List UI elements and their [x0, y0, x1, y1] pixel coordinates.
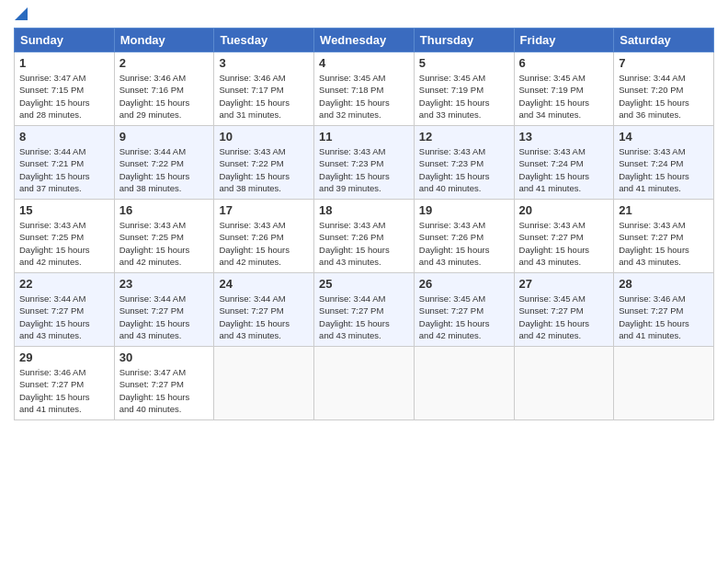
calendar-cell: 1Sunrise: 3:47 AMSunset: 7:15 PMDaylight… — [15, 52, 115, 126]
calendar-cell — [214, 347, 314, 420]
day-number: 20 — [519, 203, 609, 217]
calendar-cell: 30Sunrise: 3:47 AMSunset: 7:27 PMDayligh… — [114, 347, 214, 420]
day-info: Sunrise: 3:44 AMSunset: 7:21 PMDaylight:… — [19, 145, 109, 194]
calendar-cell: 12Sunrise: 3:43 AMSunset: 7:23 PMDayligh… — [414, 126, 514, 200]
calendar-cell: 23Sunrise: 3:44 AMSunset: 7:27 PMDayligh… — [114, 273, 214, 347]
day-number: 2 — [119, 56, 210, 70]
day-info: Sunrise: 3:43 AMSunset: 7:24 PMDaylight:… — [619, 145, 709, 194]
calendar-cell: 26Sunrise: 3:45 AMSunset: 7:27 PMDayligh… — [414, 273, 514, 347]
calendar-cell — [414, 347, 514, 420]
day-number: 23 — [119, 277, 210, 291]
day-number: 27 — [519, 277, 609, 291]
calendar-cell: 15Sunrise: 3:43 AMSunset: 7:25 PMDayligh… — [15, 200, 115, 273]
header — [14, 9, 714, 20]
day-info: Sunrise: 3:45 AMSunset: 7:27 PMDaylight:… — [519, 293, 609, 341]
day-number: 8 — [19, 130, 109, 144]
day-info: Sunrise: 3:46 AMSunset: 7:17 PMDaylight:… — [219, 72, 309, 121]
calendar-cell: 8Sunrise: 3:44 AMSunset: 7:21 PMDaylight… — [15, 126, 115, 200]
calendar-cell — [514, 347, 614, 420]
calendar-cell: 20Sunrise: 3:43 AMSunset: 7:27 PMDayligh… — [514, 200, 614, 273]
day-info: Sunrise: 3:43 AMSunset: 7:27 PMDaylight:… — [619, 219, 709, 268]
day-info: Sunrise: 3:43 AMSunset: 7:26 PMDaylight:… — [419, 219, 509, 268]
day-number: 5 — [419, 56, 509, 70]
column-header-monday: Monday — [114, 29, 214, 52]
day-info: Sunrise: 3:43 AMSunset: 7:26 PMDaylight:… — [219, 219, 309, 268]
calendar-week-row: 29Sunrise: 3:46 AMSunset: 7:27 PMDayligh… — [15, 347, 714, 420]
svg-marker-0 — [15, 7, 28, 20]
calendar-table: SundayMondayTuesdayWednesdayThursdayFrid… — [14, 28, 714, 420]
day-number: 7 — [619, 56, 709, 70]
calendar-week-row: 1Sunrise: 3:47 AMSunset: 7:15 PMDaylight… — [15, 52, 714, 126]
day-info: Sunrise: 3:43 AMSunset: 7:26 PMDaylight:… — [319, 219, 409, 268]
day-info: Sunrise: 3:43 AMSunset: 7:25 PMDaylight:… — [119, 219, 210, 268]
day-info: Sunrise: 3:43 AMSunset: 7:25 PMDaylight:… — [19, 219, 109, 268]
day-number: 25 — [319, 277, 409, 291]
day-info: Sunrise: 3:43 AMSunset: 7:23 PMDaylight:… — [419, 145, 509, 194]
day-info: Sunrise: 3:46 AMSunset: 7:27 PMDaylight:… — [619, 293, 709, 341]
column-header-sunday: Sunday — [15, 29, 115, 52]
calendar-cell: 21Sunrise: 3:43 AMSunset: 7:27 PMDayligh… — [614, 200, 714, 273]
day-number: 24 — [219, 277, 309, 291]
day-number: 3 — [219, 56, 309, 70]
day-info: Sunrise: 3:44 AMSunset: 7:27 PMDaylight:… — [19, 293, 109, 341]
calendar-week-row: 8Sunrise: 3:44 AMSunset: 7:21 PMDaylight… — [15, 126, 714, 200]
day-info: Sunrise: 3:44 AMSunset: 7:20 PMDaylight:… — [619, 72, 709, 121]
day-info: Sunrise: 3:47 AMSunset: 7:15 PMDaylight:… — [19, 72, 109, 121]
calendar-cell: 28Sunrise: 3:46 AMSunset: 7:27 PMDayligh… — [614, 273, 714, 347]
day-number: 26 — [419, 277, 509, 291]
day-info: Sunrise: 3:45 AMSunset: 7:27 PMDaylight:… — [419, 293, 509, 341]
day-info: Sunrise: 3:44 AMSunset: 7:22 PMDaylight:… — [119, 145, 210, 194]
day-info: Sunrise: 3:45 AMSunset: 7:19 PMDaylight:… — [519, 72, 609, 121]
day-info: Sunrise: 3:44 AMSunset: 7:27 PMDaylight:… — [319, 293, 409, 341]
day-info: Sunrise: 3:47 AMSunset: 7:27 PMDaylight:… — [119, 366, 210, 415]
day-number: 9 — [119, 130, 210, 144]
calendar-cell: 3Sunrise: 3:46 AMSunset: 7:17 PMDaylight… — [214, 52, 314, 126]
day-number: 19 — [419, 203, 509, 217]
calendar-cell: 22Sunrise: 3:44 AMSunset: 7:27 PMDayligh… — [15, 273, 115, 347]
column-header-wednesday: Wednesday — [314, 29, 415, 52]
calendar-cell: 13Sunrise: 3:43 AMSunset: 7:24 PMDayligh… — [514, 126, 614, 200]
day-info: Sunrise: 3:46 AMSunset: 7:16 PMDaylight:… — [119, 72, 210, 121]
calendar-cell: 9Sunrise: 3:44 AMSunset: 7:22 PMDaylight… — [114, 126, 214, 200]
calendar-cell: 2Sunrise: 3:46 AMSunset: 7:16 PMDaylight… — [114, 52, 214, 126]
day-number: 17 — [219, 203, 309, 217]
day-info: Sunrise: 3:43 AMSunset: 7:23 PMDaylight:… — [319, 145, 409, 194]
calendar-cell: 27Sunrise: 3:45 AMSunset: 7:27 PMDayligh… — [514, 273, 614, 347]
logo — [14, 9, 28, 20]
day-number: 28 — [619, 277, 709, 291]
calendar-cell: 10Sunrise: 3:43 AMSunset: 7:22 PMDayligh… — [214, 126, 314, 200]
calendar-cell: 5Sunrise: 3:45 AMSunset: 7:19 PMDaylight… — [414, 52, 514, 126]
calendar-cell: 24Sunrise: 3:44 AMSunset: 7:27 PMDayligh… — [214, 273, 314, 347]
day-number: 4 — [319, 56, 409, 70]
calendar-cell — [614, 347, 714, 420]
calendar-cell: 7Sunrise: 3:44 AMSunset: 7:20 PMDaylight… — [614, 52, 714, 126]
calendar-cell: 16Sunrise: 3:43 AMSunset: 7:25 PMDayligh… — [114, 200, 214, 273]
day-info: Sunrise: 3:44 AMSunset: 7:27 PMDaylight:… — [219, 293, 309, 341]
day-info: Sunrise: 3:43 AMSunset: 7:24 PMDaylight:… — [519, 145, 609, 194]
day-number: 16 — [119, 203, 210, 217]
calendar-cell: 18Sunrise: 3:43 AMSunset: 7:26 PMDayligh… — [314, 200, 415, 273]
calendar-week-row: 15Sunrise: 3:43 AMSunset: 7:25 PMDayligh… — [15, 200, 714, 273]
day-info: Sunrise: 3:43 AMSunset: 7:22 PMDaylight:… — [219, 145, 309, 194]
calendar-cell: 25Sunrise: 3:44 AMSunset: 7:27 PMDayligh… — [314, 273, 415, 347]
column-header-thursday: Thursday — [414, 29, 514, 52]
day-number: 15 — [19, 203, 109, 217]
day-info: Sunrise: 3:45 AMSunset: 7:19 PMDaylight:… — [419, 72, 509, 121]
day-info: Sunrise: 3:43 AMSunset: 7:27 PMDaylight:… — [519, 219, 609, 268]
calendar-cell: 29Sunrise: 3:46 AMSunset: 7:27 PMDayligh… — [15, 347, 115, 420]
calendar-cell: 14Sunrise: 3:43 AMSunset: 7:24 PMDayligh… — [614, 126, 714, 200]
day-number: 21 — [619, 203, 709, 217]
day-number: 14 — [619, 130, 709, 144]
day-info: Sunrise: 3:44 AMSunset: 7:27 PMDaylight:… — [119, 293, 210, 341]
day-number: 10 — [219, 130, 309, 144]
column-header-friday: Friday — [514, 29, 614, 52]
calendar-cell: 11Sunrise: 3:43 AMSunset: 7:23 PMDayligh… — [314, 126, 415, 200]
day-number: 13 — [519, 130, 609, 144]
calendar-cell: 6Sunrise: 3:45 AMSunset: 7:19 PMDaylight… — [514, 52, 614, 126]
calendar-week-row: 22Sunrise: 3:44 AMSunset: 7:27 PMDayligh… — [15, 273, 714, 347]
day-number: 12 — [419, 130, 509, 144]
day-number: 30 — [119, 350, 210, 364]
calendar-cell: 17Sunrise: 3:43 AMSunset: 7:26 PMDayligh… — [214, 200, 314, 273]
day-number: 22 — [19, 277, 109, 291]
calendar-header-row: SundayMondayTuesdayWednesdayThursdayFrid… — [15, 29, 714, 52]
